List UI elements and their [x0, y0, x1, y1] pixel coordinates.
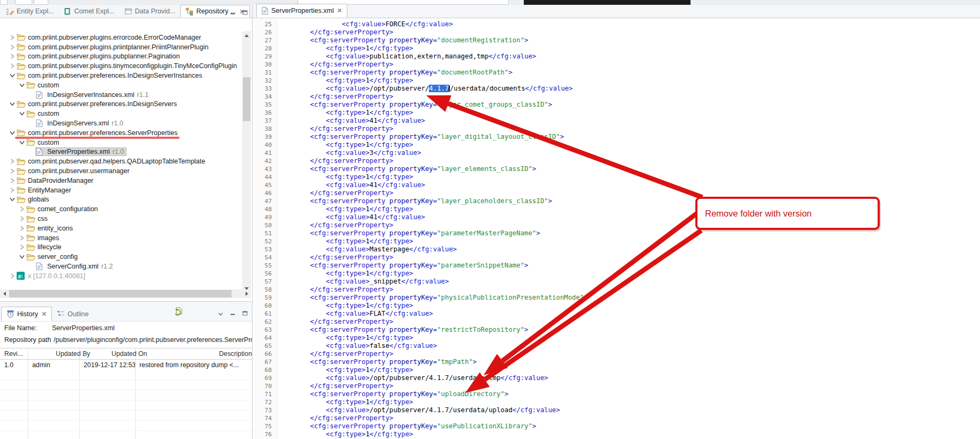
restore-from-repository-icon[interactable]	[174, 307, 183, 318]
tree-item[interactable]: com.priint.pubserver.plugins.errorcode.E…	[0, 33, 241, 42]
tree-item[interactable]: com.priint.pubserver.preferences.InDesig…	[0, 71, 241, 80]
expand-chevron-icon[interactable]	[8, 44, 17, 50]
minimize-icon[interactable]	[230, 308, 235, 318]
expand-chevron-icon[interactable]	[8, 178, 17, 183]
code-line[interactable]: 58 </cfg:serverProperty>	[253, 286, 980, 294]
code-line[interactable]: 51 <cfg:serverProperty propertyKey="para…	[253, 229, 980, 237]
maximize-icon[interactable]	[242, 308, 248, 318]
code-line[interactable]: 37 <cfg:value>41</cfg:value>	[253, 117, 980, 125]
code-line[interactable]: 43 <cfg:serverProperty propertyKey="laye…	[253, 165, 980, 173]
code-line[interactable]: 61 <cfg:value>FLAT</cfg:value>	[253, 310, 980, 318]
tree-item[interactable]: globals	[0, 195, 241, 205]
code-line[interactable]: 34 </cfg:serverProperty>	[253, 93, 980, 101]
scroll-right-icon[interactable]	[242, 289, 251, 298]
view-tab[interactable]: Comet Expl...	[58, 5, 119, 18]
code-line[interactable]: 57 <cfg:value>_snippet</cfg:value>	[253, 278, 980, 286]
code-line[interactable]: 40 <cfg:type>1</cfg:type>	[253, 141, 980, 149]
code-line[interactable]: 65 <cfg:value>false</cfg:value>	[253, 342, 980, 350]
scrollbar-thumb[interactable]	[9, 290, 232, 297]
code-line[interactable]: 69 <cfg:value>/opt/pubserver/4.1.7/userd…	[253, 374, 980, 382]
code-line[interactable]: 32 <cfg:type>1</cfg:type>	[253, 77, 980, 85]
tree-item[interactable]: com.priint.pubserver.plugins.tinymceconf…	[0, 61, 241, 71]
expand-chevron-icon[interactable]	[17, 216, 26, 221]
tree-item[interactable]: com.priint.pubserver.qad.helpers.QADLapt…	[0, 157, 241, 166]
close-icon[interactable]	[337, 7, 342, 14]
view-menu-icon[interactable]	[218, 308, 223, 318]
tree-item[interactable]: com.priint.pubserver.preferences.InDesig…	[0, 100, 241, 109]
tree-item[interactable]: css	[0, 214, 241, 224]
expand-chevron-icon[interactable]	[8, 63, 17, 69]
scroll-left-icon[interactable]	[0, 289, 9, 298]
view-tab[interactable]: Data Provid...	[120, 5, 181, 18]
maximize-icon[interactable]	[242, 8, 248, 17]
code-line[interactable]: 38 </cfg:serverProperty>	[253, 125, 980, 133]
tree-item[interactable]: com.priint.pubserver.plugins.priintplann…	[0, 42, 241, 52]
code-line[interactable]: 74 </cfg:serverProperty>	[253, 414, 980, 422]
tree-item[interactable]: com.priint.pubserver.plugins.pubplanner.…	[0, 52, 241, 62]
table-header-cell[interactable]: Updated On	[107, 350, 214, 358]
expand-chevron-icon[interactable]	[8, 102, 17, 106]
expand-chevron-icon[interactable]	[17, 226, 26, 231]
tree-item[interactable]: com.priint.pubserver.preferences.ServerP…	[0, 128, 241, 138]
table-header-cell[interactable]: Description	[214, 350, 252, 358]
code-line[interactable]: 72 <cfg:type>1</cfg:type>	[253, 398, 980, 406]
code-line[interactable]: 33 <cfg:value>/opt/pubserver/4.1.7/userd…	[253, 85, 980, 93]
expand-chevron-icon[interactable]	[17, 244, 26, 250]
code-line[interactable]: 54 </cfg:serverProperty>	[253, 254, 980, 262]
code-line[interactable]: 75 <cfg:serverProperty propertyKey="useP…	[253, 422, 980, 430]
code-line[interactable]: 31 <cfg:serverProperty propertyKey="docu…	[253, 69, 980, 77]
tree-item[interactable]: server_config	[0, 252, 241, 262]
expand-chevron-icon[interactable]	[17, 206, 26, 212]
code-line[interactable]: 71 <cfg:serverProperty propertyKey="uplo…	[253, 390, 980, 398]
code-line[interactable]: 68 <cfg:type>1</cfg:type>	[253, 366, 980, 374]
code-line[interactable]: 63 <cfg:serverProperty propertyKey="rest…	[253, 326, 980, 334]
code-line[interactable]: 30 </cfg:serverProperty>	[253, 61, 980, 69]
code-line[interactable]: 36 <cfg:type>1</cfg:type>	[253, 109, 980, 117]
expand-chevron-icon[interactable]	[8, 35, 17, 40]
code-line[interactable]: 45 <cfg:value>41</cfg:value>	[253, 181, 980, 189]
table-header-cell[interactable]: Revi...	[0, 350, 51, 358]
tree-item[interactable]: InDesignServers.xml r1.0	[0, 118, 241, 128]
code-line[interactable]: 67 <cfg:serverProperty propertyKey="tmpP…	[253, 358, 980, 366]
code-line[interactable]: 76 <cfg:type>1</cfg:type>	[253, 430, 980, 438]
code-line[interactable]: 64 <cfg:type>1</cfg:type>	[253, 334, 980, 342]
tree-item[interactable]: ServerConfig.xml r1.2	[0, 262, 241, 271]
table-header-cell[interactable]: Updated By	[51, 350, 107, 358]
tree-item[interactable]: x [127.0.0.1:40081]	[0, 271, 241, 281]
tree-item[interactable]: com.priint.pubserver.usermanager	[0, 166, 241, 176]
scroll-up-icon[interactable]	[242, 31, 251, 40]
expand-chevron-icon[interactable]	[8, 273, 17, 279]
code-line[interactable]: 60 <cfg:type>1</cfg:type>	[253, 302, 980, 310]
close-icon[interactable]	[42, 311, 47, 316]
code-line[interactable]: 39 <cfg:serverProperty propertyKey="laye…	[253, 133, 980, 141]
expand-chevron-icon[interactable]	[17, 111, 26, 116]
code-line[interactable]: 44 <cfg:type>1</cfg:type>	[253, 173, 980, 181]
code-line[interactable]: 73 <cfg:value>/opt/pubserver/4.1.7/userd…	[253, 406, 980, 414]
code-line[interactable]: 35 <cfg:serverProperty propertyKey="laye…	[253, 101, 980, 109]
expand-chevron-icon[interactable]	[17, 255, 26, 259]
code-line[interactable]: 59 <cfg:serverProperty propertyKey="phys…	[253, 294, 980, 302]
tree-item[interactable]: entity_icons	[0, 224, 241, 233]
tree-item[interactable]: images	[0, 233, 241, 243]
expand-chevron-icon[interactable]	[17, 140, 26, 145]
tree-item[interactable]: ServerProperties.xml r1.0	[0, 147, 241, 157]
tree-item[interactable]: custom	[0, 138, 241, 147]
code-line[interactable]: 46 </cfg:serverProperty>	[253, 189, 980, 197]
tree-item[interactable]: custom	[0, 109, 241, 118]
table-row[interactable]: 1.0 admin 2019-12-17 12:53 restored from…	[0, 360, 252, 370]
tree-vertical-scrollbar[interactable]	[242, 31, 251, 293]
code-line[interactable]: 25 <cfg:value>FORCE</cfg:value>	[253, 20, 980, 28]
tree-item[interactable]: InDesignServerInstances.xml r1.1	[0, 90, 241, 100]
code-line[interactable]: 28 <cfg:type>1</cfg:type>	[253, 44, 980, 53]
code-line[interactable]: 41 <cfg:value>3</cfg:value>	[253, 149, 980, 157]
tree-item[interactable]: lifecycle	[0, 243, 241, 252]
code-line[interactable]: 66 </cfg:serverProperty>	[253, 350, 980, 358]
tree-item[interactable]: DataProviderManager	[0, 176, 241, 185]
expand-chevron-icon[interactable]	[8, 188, 17, 193]
expand-chevron-icon[interactable]	[8, 168, 17, 174]
code-line[interactable]: 70 </cfg:serverProperty>	[253, 382, 980, 390]
expand-chevron-icon[interactable]	[8, 197, 17, 202]
code-line[interactable]: 42 </cfg:serverProperty>	[253, 157, 980, 165]
code-line[interactable]: 26 </cfg:serverProperty>	[253, 28, 980, 36]
expand-chevron-icon[interactable]	[8, 131, 17, 135]
